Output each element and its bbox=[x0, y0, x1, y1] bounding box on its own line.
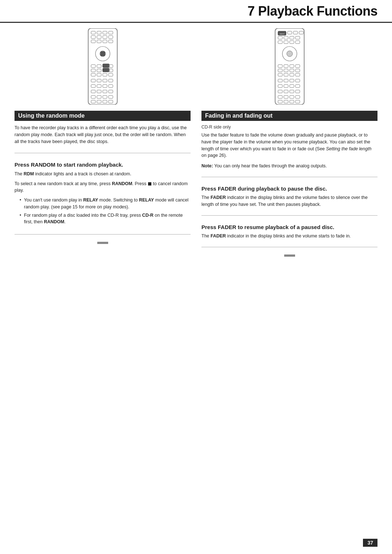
svg-rect-34 bbox=[91, 85, 95, 87]
svg-rect-23 bbox=[97, 69, 101, 72]
svg-rect-8 bbox=[97, 36, 101, 38]
svg-rect-42 bbox=[91, 95, 95, 98]
right-sub2-para1: The FADER indicator in the display blink… bbox=[201, 233, 377, 240]
svg-rect-96 bbox=[278, 100, 282, 103]
svg-rect-49 bbox=[109, 100, 113, 103]
svg-rect-57 bbox=[299, 31, 303, 34]
page-title: 7 Playback Functions bbox=[248, 4, 377, 19]
svg-rect-82 bbox=[290, 79, 294, 82]
svg-rect-79 bbox=[295, 73, 300, 76]
svg-rect-62 bbox=[278, 41, 282, 44]
svg-rect-47 bbox=[97, 100, 101, 103]
right-small-bar bbox=[284, 254, 295, 257]
svg-rect-81 bbox=[284, 79, 288, 82]
left-sub1-para1: The RDM indicator lights and a track is … bbox=[15, 171, 191, 178]
left-bullet-list: You can't use random play in RELAY mode.… bbox=[15, 197, 191, 227]
right-note: Note: You can only hear the fades throug… bbox=[201, 163, 377, 170]
svg-rect-3 bbox=[91, 31, 95, 34]
svg-point-67 bbox=[287, 51, 293, 57]
svg-rect-24 bbox=[103, 68, 109, 72]
svg-rect-26 bbox=[91, 73, 95, 76]
svg-rect-98 bbox=[290, 100, 294, 103]
svg-rect-76 bbox=[278, 73, 282, 76]
cdr-side-label: CD-R side only bbox=[201, 125, 377, 130]
svg-rect-43 bbox=[97, 95, 101, 98]
svg-rect-56 bbox=[293, 31, 298, 34]
svg-rect-63 bbox=[284, 41, 288, 44]
svg-rect-45 bbox=[109, 95, 113, 98]
svg-rect-19 bbox=[97, 65, 101, 68]
bullet-item-2: For random play of a disc loaded into th… bbox=[20, 212, 191, 226]
svg-rect-73 bbox=[284, 69, 288, 72]
right-column: FADER bbox=[201, 27, 377, 257]
left-small-bar bbox=[97, 242, 108, 244]
svg-rect-27 bbox=[97, 73, 101, 76]
svg-rect-87 bbox=[295, 85, 300, 87]
svg-rect-33 bbox=[109, 79, 113, 82]
svg-rect-88 bbox=[278, 90, 282, 93]
svg-rect-30 bbox=[91, 79, 95, 82]
page-number: 37 bbox=[363, 539, 377, 547]
svg-rect-69 bbox=[284, 65, 288, 68]
page-header: 7 Playback Functions bbox=[0, 0, 392, 23]
svg-rect-71 bbox=[295, 65, 300, 68]
svg-rect-74 bbox=[290, 69, 294, 72]
svg-rect-78 bbox=[290, 73, 294, 76]
left-section-header: Using the random mode bbox=[15, 111, 191, 121]
svg-rect-59 bbox=[284, 36, 288, 39]
left-intro-text: To have the recorder play tracks in a di… bbox=[15, 125, 191, 145]
svg-rect-61 bbox=[295, 36, 300, 39]
svg-rect-85 bbox=[284, 85, 288, 87]
divider-3 bbox=[201, 177, 377, 177]
svg-rect-92 bbox=[278, 95, 282, 98]
svg-rect-12 bbox=[97, 40, 101, 43]
device-illustration-right: FADER bbox=[201, 27, 377, 106]
svg-rect-58 bbox=[278, 36, 282, 39]
divider-1 bbox=[15, 153, 191, 153]
svg-rect-89 bbox=[284, 90, 288, 93]
svg-rect-9 bbox=[103, 36, 107, 38]
svg-rect-91 bbox=[295, 90, 300, 93]
svg-rect-40 bbox=[103, 90, 107, 93]
svg-rect-14 bbox=[109, 40, 113, 43]
svg-rect-97 bbox=[284, 100, 288, 103]
svg-rect-6 bbox=[109, 31, 113, 34]
svg-rect-77 bbox=[284, 73, 288, 76]
svg-rect-38 bbox=[91, 90, 95, 93]
svg-rect-70 bbox=[290, 65, 294, 68]
svg-text:FADER: FADER bbox=[279, 33, 284, 35]
svg-rect-39 bbox=[97, 90, 101, 93]
svg-rect-48 bbox=[103, 100, 107, 103]
svg-rect-55 bbox=[287, 31, 292, 34]
svg-rect-64 bbox=[290, 41, 294, 44]
svg-rect-65 bbox=[295, 41, 300, 44]
svg-rect-29 bbox=[109, 73, 113, 76]
svg-rect-46 bbox=[91, 100, 95, 103]
svg-rect-83 bbox=[295, 79, 300, 82]
bullet-item-1: You can't use random play in RELAY mode.… bbox=[20, 197, 191, 211]
svg-rect-10 bbox=[109, 36, 113, 38]
svg-rect-35 bbox=[97, 85, 101, 87]
svg-rect-94 bbox=[290, 95, 294, 98]
main-content: Using the random mode To have the record… bbox=[0, 27, 392, 257]
svg-rect-95 bbox=[295, 95, 300, 98]
svg-rect-4 bbox=[97, 31, 101, 34]
svg-rect-7 bbox=[91, 36, 95, 38]
left-subsection-heading-1: Press RANDOM to start random playback. bbox=[15, 161, 191, 168]
svg-rect-72 bbox=[278, 69, 282, 72]
svg-rect-44 bbox=[103, 95, 107, 98]
divider-2 bbox=[15, 234, 191, 235]
right-subsection-heading-2: Press FADER to resume playback of a paus… bbox=[201, 224, 377, 231]
svg-rect-60 bbox=[290, 36, 294, 39]
svg-rect-99 bbox=[295, 100, 300, 103]
svg-rect-28 bbox=[103, 73, 107, 76]
divider-4 bbox=[201, 215, 377, 216]
svg-rect-80 bbox=[278, 79, 282, 82]
svg-rect-90 bbox=[290, 90, 294, 93]
svg-rect-22 bbox=[91, 69, 95, 72]
svg-rect-84 bbox=[278, 85, 282, 87]
right-subsection-heading-1: Press FADER during playback to pause the… bbox=[201, 185, 377, 192]
svg-rect-86 bbox=[290, 85, 294, 87]
divider-5 bbox=[201, 247, 377, 247]
svg-rect-32 bbox=[103, 79, 107, 82]
